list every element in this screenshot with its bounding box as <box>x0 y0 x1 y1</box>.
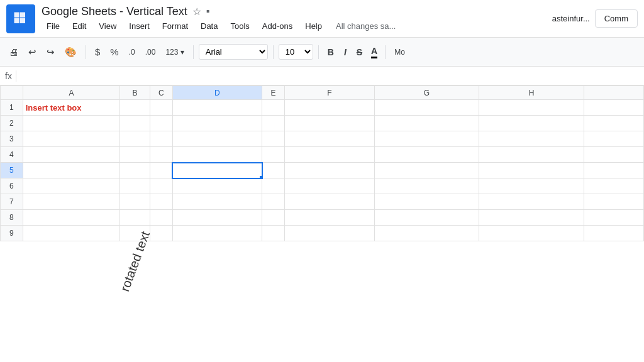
cell-h6[interactable] <box>479 178 584 194</box>
font-size-select[interactable]: 10 <box>279 44 313 60</box>
menu-help[interactable]: Help <box>300 19 327 33</box>
cell-b9[interactable] <box>120 226 150 241</box>
cell-g7[interactable] <box>374 194 479 210</box>
cell-h8[interactable] <box>479 210 584 226</box>
cell-e2[interactable] <box>262 116 285 131</box>
cell-d3[interactable] <box>172 131 262 147</box>
cell-f3[interactable] <box>284 131 374 147</box>
cell-a9[interactable] <box>23 226 120 241</box>
cell-b7[interactable] <box>120 194 150 210</box>
col-header-d[interactable]: D <box>172 86 262 100</box>
cell-b2[interactable] <box>120 116 150 131</box>
cell-f7[interactable] <box>284 194 374 210</box>
cell-e8[interactable] <box>262 210 285 226</box>
cell-h5[interactable] <box>479 163 584 178</box>
more-button[interactable]: Mo <box>391 45 409 59</box>
text-color-button[interactable]: A <box>369 45 380 60</box>
menu-edit[interactable]: Edit <box>67 19 91 33</box>
col-header-h[interactable]: H <box>479 86 584 100</box>
cell-f9[interactable] <box>284 226 374 241</box>
font-select[interactable]: Arial <box>199 44 268 60</box>
cell-g6[interactable] <box>374 178 479 194</box>
cell-d1[interactable] <box>172 100 262 116</box>
cell-d8[interactable] <box>172 210 262 226</box>
menu-tools[interactable]: Tools <box>225 19 254 33</box>
star-icon[interactable]: ☆ <box>192 6 201 18</box>
number-format-button[interactable]: 123 ▾ <box>162 45 187 59</box>
print-button[interactable]: 🖨 <box>5 44 22 60</box>
comments-button[interactable]: Comm <box>595 9 638 28</box>
cell-d5[interactable] <box>172 163 262 178</box>
cell-i9[interactable] <box>584 226 643 241</box>
cell-c5[interactable] <box>150 163 172 178</box>
cell-a7[interactable] <box>23 194 120 210</box>
col-header-i[interactable] <box>584 86 643 100</box>
cell-f2[interactable] <box>284 116 374 131</box>
col-header-f[interactable]: F <box>284 86 374 100</box>
cell-b5[interactable] <box>120 163 150 178</box>
cell-e5[interactable] <box>262 163 285 178</box>
cell-e7[interactable] <box>262 194 285 210</box>
cell-g1[interactable] <box>374 100 479 116</box>
col-header-g[interactable]: G <box>374 86 479 100</box>
redo-button[interactable]: ↪ <box>43 44 58 60</box>
percent-button[interactable]: % <box>106 44 122 60</box>
cell-b3[interactable] <box>120 131 150 147</box>
cell-c7[interactable] <box>150 194 172 210</box>
cell-g8[interactable] <box>374 210 479 226</box>
cell-f4[interactable] <box>284 147 374 163</box>
cell-b1[interactable] <box>120 100 150 116</box>
formula-input[interactable] <box>20 71 639 80</box>
col-header-b[interactable]: B <box>120 86 150 100</box>
cell-h9[interactable] <box>479 226 584 241</box>
cell-c9[interactable] <box>150 226 172 241</box>
cell-h1[interactable] <box>479 100 584 116</box>
currency-button[interactable]: $ <box>91 44 104 60</box>
cell-f5[interactable] <box>284 163 374 178</box>
cell-i3[interactable] <box>584 131 643 147</box>
cell-g9[interactable] <box>374 226 479 241</box>
cell-g2[interactable] <box>374 116 479 131</box>
cell-i4[interactable] <box>584 147 643 163</box>
cell-d4[interactable] <box>172 147 262 163</box>
cell-f8[interactable] <box>284 210 374 226</box>
italic-button[interactable]: I <box>340 45 350 60</box>
cell-i1[interactable] <box>584 100 643 116</box>
cell-a4[interactable] <box>23 147 120 163</box>
menu-data[interactable]: Data <box>196 19 223 33</box>
cell-d9[interactable] <box>172 226 262 241</box>
col-header-c[interactable]: C <box>150 86 172 100</box>
cell-g3[interactable] <box>374 131 479 147</box>
cell-h7[interactable] <box>479 194 584 210</box>
cell-h2[interactable] <box>479 116 584 131</box>
cell-a1[interactable]: Insert text box <box>23 100 120 116</box>
cell-d7[interactable] <box>172 194 262 210</box>
cell-e1[interactable] <box>262 100 285 116</box>
cell-i8[interactable] <box>584 210 643 226</box>
cell-c2[interactable] <box>150 116 172 131</box>
cell-c1[interactable] <box>150 100 172 116</box>
cell-b4[interactable] <box>120 147 150 163</box>
cell-b6[interactable] <box>120 178 150 194</box>
col-header-e[interactable]: E <box>262 86 285 100</box>
cell-e3[interactable] <box>262 131 285 147</box>
cell-a5[interactable] <box>23 163 120 178</box>
cell-c3[interactable] <box>150 131 172 147</box>
menu-format[interactable]: Format <box>157 19 193 33</box>
decimal-more-button[interactable]: .00 <box>142 45 160 59</box>
cell-a2[interactable] <box>23 116 120 131</box>
cell-g5[interactable] <box>374 163 479 178</box>
folder-icon[interactable]: ▪ <box>206 6 210 17</box>
cell-e9[interactable] <box>262 226 285 241</box>
cell-e6[interactable] <box>262 178 285 194</box>
cell-f6[interactable] <box>284 178 374 194</box>
col-header-a[interactable]: A <box>23 86 120 100</box>
cell-d2[interactable] <box>172 116 262 131</box>
cell-c4[interactable] <box>150 147 172 163</box>
cell-e4[interactable] <box>262 147 285 163</box>
paint-format-button[interactable]: 🎨 <box>61 44 80 60</box>
menu-view[interactable]: View <box>94 19 121 33</box>
cell-h3[interactable] <box>479 131 584 147</box>
menu-file[interactable]: File <box>42 19 65 33</box>
cell-i7[interactable] <box>584 194 643 210</box>
